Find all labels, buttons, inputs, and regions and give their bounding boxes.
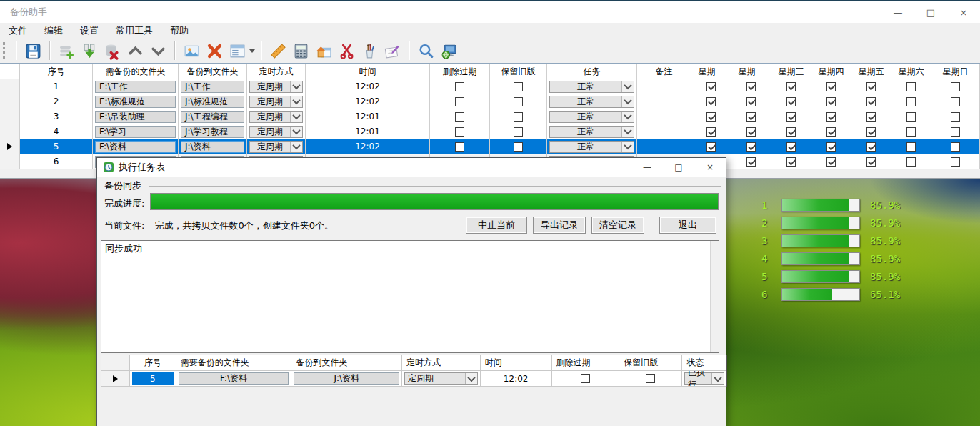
toolbar-grip[interactable] (3, 42, 6, 59)
col-header-friday[interactable]: 星期五 (851, 64, 891, 79)
chevron-down-icon[interactable] (290, 81, 302, 92)
tuesday-checkbox[interactable] (746, 112, 756, 122)
scissors-icon[interactable] (335, 40, 358, 61)
dest-folder-field[interactable]: J:\工作 (181, 81, 244, 93)
source-folder-field[interactable]: F:\资料 (95, 141, 176, 153)
sunday-checkbox[interactable] (951, 97, 960, 106)
menu-file[interactable]: 文件 (0, 23, 36, 39)
ruler-icon[interactable] (266, 40, 289, 61)
thursday-checkbox[interactable] (826, 142, 836, 152)
cell-note[interactable] (637, 124, 691, 139)
dest-folder-field[interactable]: J:\工程编程 (181, 111, 244, 123)
delete-expired-checkbox[interactable] (455, 112, 464, 122)
friday-checkbox[interactable] (866, 112, 876, 122)
pencil-pad-icon[interactable] (381, 40, 404, 61)
col-header-dest[interactable]: 备份到文件夹 (179, 64, 247, 79)
friday-checkbox[interactable] (866, 82, 876, 91)
delete-expired-checkbox[interactable] (455, 142, 464, 152)
dcol-no[interactable]: 序号 (130, 355, 176, 371)
col-header-no[interactable]: 序号 (20, 64, 93, 79)
dialog-keep-old-checkbox[interactable] (646, 374, 655, 383)
dropdown-caret-icon[interactable] (249, 40, 256, 61)
task-select[interactable]: 正常 (549, 126, 634, 138)
dcol-dest[interactable]: 备份到文件夹 (291, 355, 402, 371)
col-header-time[interactable]: 时间 (306, 64, 430, 79)
monday-checkbox[interactable] (706, 82, 716, 91)
dcol-mode[interactable]: 定时方式 (402, 355, 481, 371)
col-header-note[interactable]: 备注 (637, 64, 691, 79)
task-select[interactable]: 正常 (549, 111, 634, 123)
cell-time[interactable]: 12:01 (306, 109, 430, 124)
tuesday-checkbox[interactable] (746, 142, 756, 152)
source-folder-field[interactable]: E:\标准规范 (95, 96, 176, 108)
dcol-delete-expired[interactable]: 删除过期 (552, 355, 620, 371)
list-view-icon[interactable] (226, 40, 249, 61)
saturday-checkbox[interactable] (906, 127, 916, 137)
import-icon[interactable] (78, 40, 101, 61)
mode-select[interactable]: 定周期 (249, 96, 303, 108)
col-header-task[interactable]: 任务 (547, 64, 637, 79)
row-header-cell[interactable] (0, 109, 20, 124)
wednesday-checkbox[interactable] (786, 127, 796, 137)
chevron-down-icon[interactable] (621, 127, 634, 137)
dialog-cell-time[interactable]: 12:02 (481, 371, 552, 387)
minimize-button[interactable]: — (881, 1, 914, 23)
dest-folder-field[interactable]: J:\标准规范 (181, 96, 244, 108)
dialog-delete-expired-checkbox[interactable] (581, 374, 590, 383)
col-header-sunday[interactable]: 星期日 (931, 64, 980, 79)
sunday-checkbox[interactable] (951, 142, 960, 152)
tuesday-checkbox[interactable] (746, 82, 756, 91)
cell-note[interactable] (637, 139, 691, 154)
row-header-cell[interactable] (0, 154, 20, 169)
menu-tools[interactable]: 常用工具 (107, 23, 161, 39)
cell-time[interactable]: 12:02 (306, 79, 430, 94)
move-down-icon[interactable] (146, 40, 169, 61)
row-header-cell[interactable] (0, 79, 20, 94)
export-records-button[interactable]: 导出记录 (533, 217, 586, 234)
friday-checkbox[interactable] (866, 127, 876, 137)
wednesday-checkbox[interactable] (786, 142, 796, 152)
keep-old-checkbox[interactable] (514, 82, 523, 91)
chevron-down-icon[interactable] (290, 127, 302, 137)
maximize-button[interactable]: □ (914, 1, 947, 23)
cell-time[interactable]: 12:02 (306, 139, 430, 154)
keep-old-checkbox[interactable] (514, 142, 523, 152)
monday-checkbox[interactable] (706, 97, 716, 106)
search-icon[interactable] (414, 40, 437, 61)
dialog-mode-select[interactable]: 定周期 (404, 372, 478, 385)
friday-checkbox[interactable] (866, 97, 876, 106)
add-task-icon[interactable] (55, 40, 78, 61)
saturday-checkbox[interactable] (906, 157, 916, 167)
dcol-time[interactable]: 时间 (481, 355, 552, 371)
close-red-icon[interactable] (203, 40, 226, 61)
cell-time[interactable]: 12:01 (306, 124, 430, 139)
delete-task-icon[interactable] (101, 40, 124, 61)
sunday-checkbox[interactable] (951, 157, 960, 167)
chevron-down-icon[interactable] (621, 142, 634, 152)
menu-settings[interactable]: 设置 (71, 23, 107, 39)
chevron-down-icon[interactable] (290, 112, 302, 122)
saturday-checkbox[interactable] (906, 112, 916, 122)
dialog-maximize-button[interactable]: □ (663, 159, 694, 176)
tuesday-checkbox[interactable] (746, 127, 756, 137)
mode-select[interactable]: 定周期 (249, 111, 303, 123)
delete-expired-checkbox[interactable] (455, 82, 464, 91)
col-header-keep-old[interactable]: 保留旧版 (490, 64, 547, 79)
col-header-wednesday[interactable]: 星期三 (771, 64, 811, 79)
dialog-source-folder-field[interactable]: F:\资料 (179, 372, 289, 385)
col-header-saturday[interactable]: 星期六 (891, 64, 931, 79)
dest-folder-field[interactable]: J:\资料 (181, 141, 244, 153)
chevron-down-icon[interactable] (290, 96, 302, 107)
task-select[interactable]: 正常 (549, 96, 634, 108)
sunday-checkbox[interactable] (951, 112, 960, 122)
thursday-checkbox[interactable] (826, 157, 836, 167)
task-select[interactable]: 正常 (549, 141, 634, 153)
cell-no[interactable]: 4 (20, 124, 93, 139)
mode-select[interactable]: 定周期 (249, 141, 303, 153)
keep-old-checkbox[interactable] (514, 112, 523, 122)
wednesday-checkbox[interactable] (786, 157, 796, 167)
sunday-checkbox[interactable] (951, 127, 960, 137)
thursday-checkbox[interactable] (826, 82, 836, 91)
col-header-mode[interactable]: 定时方式 (247, 64, 306, 79)
row-header-cell[interactable] (0, 94, 20, 109)
